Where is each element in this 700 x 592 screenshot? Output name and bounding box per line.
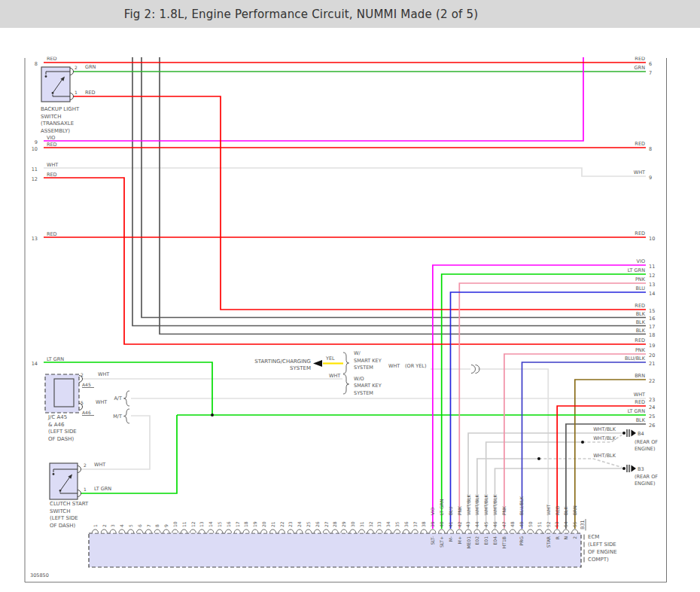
- ecm-pin-number: 44: [474, 521, 479, 527]
- ecm-pin-bump: [403, 529, 409, 533]
- ecm-pin-bump: [217, 529, 223, 533]
- ecm-pin-number: 17: [235, 521, 240, 527]
- system-arrow-icon: [313, 360, 322, 367]
- ecm-pin-number: 34: [385, 521, 391, 527]
- left-pin-number: 8: [35, 61, 38, 67]
- ecm-pin-bump: [430, 529, 436, 533]
- ecm-pin-number: 38: [421, 521, 426, 527]
- ecm-pin-bump: [421, 529, 427, 533]
- right-pin-number: 19: [649, 343, 655, 349]
- backup-switch-label: BACKUP LIGHT: [41, 106, 80, 112]
- ecm-pin-bump: [119, 529, 125, 533]
- wht-wires: [44, 168, 646, 529]
- wire-color-label: RED: [635, 230, 645, 236]
- wire-blk-17: [132, 57, 646, 326]
- brace-w-smart-key: [343, 352, 349, 374]
- wire-color-label: WHT: [94, 462, 105, 468]
- wire-ltgrn-pin40: [442, 274, 646, 529]
- ecm-pin-bump: [359, 529, 365, 533]
- left-pin-number: 14: [32, 361, 38, 367]
- ecm-pin-bump: [474, 529, 480, 533]
- wire-color-label: WHT/BLK: [483, 493, 488, 515]
- right-pin-number: 11: [649, 264, 655, 270]
- ecm-pin-number: 5: [128, 524, 133, 527]
- w-smart-key-label: SMART KEY: [354, 358, 382, 364]
- starting-charging-label: STARTING/CHARGING: [254, 359, 311, 365]
- jc-connector-id: A45: [82, 382, 91, 387]
- ecm-pin-number: 7: [146, 524, 151, 527]
- b3-location-label: ENGINE): [635, 481, 655, 487]
- junction-dot: [211, 413, 214, 417]
- wire-red-12-19: [44, 178, 646, 344]
- right-pin-column: 6RED7GRN8RED9WHT10RED11VIO12LT GRN13PNK1…: [625, 56, 655, 429]
- ecm-terminal-name: M-: [448, 536, 453, 542]
- pin-arc: [78, 466, 81, 473]
- wire-color-label: BLU/BLK: [625, 356, 646, 362]
- wire-blublk-pin49: [522, 362, 647, 529]
- wire-color-label: WHT/BLK: [593, 453, 616, 459]
- ecm-pin-bump: [367, 529, 373, 533]
- ecm-pin-bump: [439, 529, 445, 533]
- wire-color-label: WHT: [47, 162, 58, 168]
- wiring-diagram: 1234567891011121314151617181920212223242…: [0, 0, 700, 592]
- brace-wo-smart-key: [343, 374, 349, 394]
- wire-color-label: RED: [635, 141, 645, 147]
- blk-wires: [132, 57, 646, 529]
- jc-label: & A46: [48, 422, 65, 428]
- junction-dot: [537, 457, 540, 460]
- ecm-pin-bump: [510, 529, 516, 533]
- ecm-pin-number: 32: [368, 521, 373, 527]
- right-pin-number: 24: [649, 404, 655, 410]
- wire-color-label: LT GRN: [94, 486, 111, 492]
- wire-color-label: WHT: [96, 399, 107, 405]
- jc-connector-id: A46: [82, 410, 91, 415]
- ecm-label: (LEFT SIDE: [588, 542, 616, 548]
- jc-pin2-number: 2: [81, 372, 84, 377]
- ecm-pin-number: 8: [154, 524, 160, 527]
- ecm-pin-number: 49: [519, 521, 524, 527]
- b4-connector-id: B4: [638, 431, 644, 437]
- ecm-pin-bump: [261, 529, 267, 533]
- ecm-pin-bump: [154, 529, 160, 533]
- wire-color-label: RED: [47, 56, 57, 62]
- ecm-terminal-name: N: [563, 536, 568, 540]
- wire-color-label: RED: [555, 505, 560, 515]
- ecm-pin-number: 6: [137, 524, 142, 527]
- clutch-switch-label: SWITCH: [50, 508, 70, 514]
- wire-whtblk-dashed-b3: [539, 459, 622, 468]
- w-smart-key-label: SYSTEM: [354, 365, 373, 371]
- ecm-pin-number: 21: [270, 521, 275, 527]
- right-pin-number: 15: [649, 308, 655, 314]
- ecm-pin-bump: [190, 529, 196, 532]
- branch-at-label: A/T: [114, 395, 122, 401]
- wire-color-label: RED: [635, 56, 645, 62]
- ecm-pin-bump: [270, 529, 276, 533]
- right-pin-number: 20: [649, 352, 655, 359]
- wire-color-label: PNK: [501, 505, 507, 515]
- clutch-pin2-number: 2: [84, 462, 87, 468]
- wo-smart-key-label: SMART KEY: [354, 383, 382, 389]
- ecm-pin-number: 22: [279, 521, 285, 527]
- ecm-pin-number: 15: [217, 521, 222, 527]
- ecm-terminal-name: M+: [457, 536, 462, 544]
- ecm-pin-bump: [394, 529, 400, 533]
- diagram-frame: [25, 58, 667, 582]
- ecm-pin-bump: [278, 529, 285, 533]
- ecm-pin-number: 29: [341, 521, 346, 527]
- wire-color-label: PNK: [635, 276, 646, 282]
- ecm-pin-bump: [501, 529, 507, 533]
- right-pin-number: 17: [649, 324, 655, 330]
- ecm-pin-number: 19: [252, 521, 257, 527]
- left-pin-number: 10: [32, 146, 38, 152]
- wire-color-label: WHT/BLK: [474, 493, 479, 515]
- backup-switch-label: (TRANSAXLE: [41, 121, 74, 127]
- wire-color-label: PNK: [457, 505, 462, 515]
- ecm-pin-bump: [465, 529, 471, 533]
- ecm-pin-bump: [252, 529, 258, 533]
- ecm-pin-bump: [101, 529, 107, 533]
- ecm-pin-bump: [110, 529, 116, 533]
- ecm-pin-bump: [572, 529, 578, 533]
- backup-pin2-number: 2: [75, 65, 78, 70]
- ecm-label: COMPT): [588, 557, 609, 563]
- ecm-pin-bump: [563, 529, 569, 533]
